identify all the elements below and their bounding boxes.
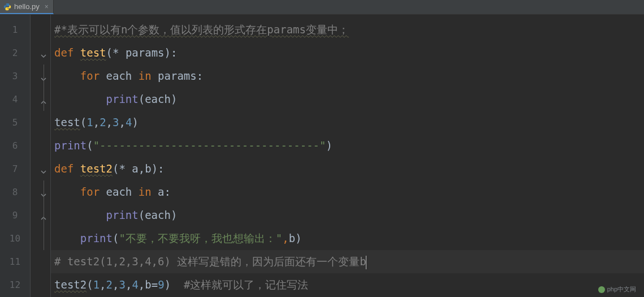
line-number: 3	[0, 64, 30, 88]
php-logo-icon	[598, 286, 605, 293]
line-number: 1	[0, 18, 30, 41]
code-line-current[interactable]: # test2(1,2,3,4,6) 这样写是错的，因为后面还有一个变量b	[51, 250, 644, 273]
text-caret	[366, 256, 366, 269]
code-line[interactable]: print("---------------------------------…	[51, 134, 644, 157]
code-line[interactable]: test2(1,2,3,4,b=9) #这样就可以了，记住写法	[51, 273, 644, 296]
builtin-token: print	[106, 93, 139, 105]
tab-filename: hello.py	[14, 2, 40, 11]
code-line[interactable]: for each in a:	[51, 180, 644, 204]
line-number: 6	[0, 134, 30, 157]
keyword-token: in	[139, 70, 152, 82]
code-line[interactable]: print(each)	[51, 88, 644, 111]
line-number: 2	[0, 41, 30, 64]
comment-token: # test2(1,2,3,4,6) 这样写是错的，因为后面还有一个变量b	[54, 255, 366, 268]
keyword-token: in	[139, 186, 152, 198]
builtin-token: print	[80, 232, 113, 244]
line-number-gutter: 1 2 3 4 5 6 7 8 9 10 11 12	[0, 15, 31, 297]
line-number: 5	[0, 111, 30, 134]
code-line[interactable]: for each in params:	[51, 64, 644, 88]
code-line[interactable]: print(each)	[51, 204, 644, 227]
watermark: php中文网	[598, 285, 636, 294]
file-tab[interactable]: hello.py ×	[0, 0, 54, 14]
tab-bar: hello.py ×	[0, 0, 644, 15]
code-area[interactable]: #*表示可以有n个参数，值以列表的形式存在params变量中； def test…	[51, 15, 644, 297]
line-number: 8	[0, 180, 30, 204]
line-number: 4	[0, 88, 30, 111]
line-number: 11	[0, 250, 30, 273]
fold-gutter	[31, 15, 51, 297]
line-number: 7	[0, 157, 30, 180]
fold-open-icon[interactable]	[40, 166, 47, 173]
code-line[interactable]: print("不要，不要我呀，我也想输出：",b)	[51, 227, 644, 250]
watermark-text: php中文网	[607, 285, 636, 294]
keyword-token: def	[54, 46, 74, 59]
string-token: "----------------------------------"	[93, 139, 326, 152]
python-file-icon	[3, 3, 11, 11]
function-name-token: test2	[80, 162, 113, 175]
close-icon[interactable]: ×	[45, 3, 49, 11]
function-name-token: test	[80, 46, 106, 59]
keyword-token: for	[80, 70, 100, 82]
keyword-token: def	[54, 162, 74, 175]
line-number: 10	[0, 227, 30, 250]
string-token: "不要，不要我呀，我也想输出："	[119, 232, 282, 244]
fold-open-icon[interactable]	[40, 50, 47, 57]
comment-token: #*表示可以有n个参数，值以列表的形式存在params变量中；	[54, 23, 349, 36]
keyword-token: for	[80, 186, 100, 198]
line-number: 12	[0, 273, 30, 296]
builtin-token: print	[106, 209, 139, 221]
code-line[interactable]: def test2(* a,b):	[51, 157, 644, 180]
builtin-token: print	[54, 139, 87, 152]
editor: 1 2 3 4 5 6 7 8 9 10 11 12 #*表示可以有n个参数，值…	[0, 15, 644, 297]
line-number: 9	[0, 204, 30, 227]
code-line[interactable]: def test(* params):	[51, 41, 644, 64]
comment-token: #这样就可以了，记住写法	[184, 278, 308, 291]
code-line[interactable]: test(1,2,3,4)	[51, 111, 644, 134]
code-line[interactable]: #*表示可以有n个参数，值以列表的形式存在params变量中；	[51, 18, 644, 41]
